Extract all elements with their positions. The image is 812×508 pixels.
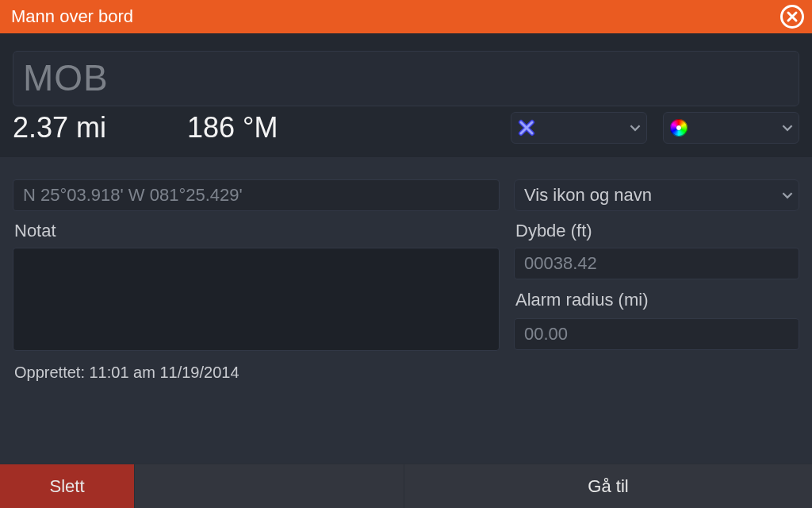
coordinates-input[interactable]: N 25°03.918' W 081°25.429' — [13, 179, 500, 211]
color-wheel-icon — [670, 119, 688, 137]
chevron-down-icon — [776, 190, 799, 201]
display-mode-value: Vis ikon og navn — [524, 185, 652, 206]
depth-input[interactable]: 00038.42 — [514, 248, 799, 279]
notes-label: Notat — [13, 216, 500, 243]
window-title: Mann over bord — [11, 6, 780, 27]
depth-label: Dybde (ft) — [514, 216, 799, 243]
goto-button-label: Gå til — [588, 476, 628, 497]
header-section: MOB 2.37 mi 186 °M — [0, 33, 812, 157]
alarm-radius-value: 00.00 — [524, 324, 568, 344]
alarm-radius-input[interactable]: 00.00 — [514, 318, 799, 350]
display-mode-selector[interactable]: Vis ikon og navn — [514, 179, 799, 211]
x-marker-icon — [518, 119, 535, 137]
bearing-value: 186 °M — [187, 111, 495, 144]
goto-button[interactable]: Gå til — [404, 464, 812, 508]
close-button[interactable] — [780, 5, 804, 29]
metrics-row: 2.37 mi 186 °M — [13, 111, 799, 144]
close-icon — [786, 10, 799, 23]
icon-selector[interactable] — [511, 112, 647, 144]
delete-button[interactable]: Slett — [0, 464, 135, 508]
coordinates-value: N 25°03.918' W 081°25.429' — [23, 185, 243, 206]
spacer-button[interactable] — [135, 464, 404, 508]
notes-textarea[interactable] — [13, 248, 500, 351]
title-bar: Mann over bord — [0, 0, 812, 33]
created-timestamp: Opprettet: 11:01 am 11/19/2014 — [13, 364, 799, 382]
alarm-radius-label: Alarm radius (mi) — [514, 285, 799, 313]
name-input[interactable]: MOB — [13, 51, 799, 106]
details-section: N 25°03.918' W 081°25.429' Vis ikon og n… — [0, 157, 812, 391]
chevron-down-icon — [624, 122, 646, 133]
chevron-down-icon — [776, 122, 799, 133]
bottom-toolbar: Slett Gå til — [0, 464, 812, 508]
depth-value: 00038.42 — [524, 253, 597, 274]
color-selector[interactable] — [663, 112, 799, 144]
distance-value: 2.37 mi — [13, 111, 171, 144]
delete-button-label: Slett — [49, 476, 84, 497]
name-value: MOB — [23, 56, 789, 99]
